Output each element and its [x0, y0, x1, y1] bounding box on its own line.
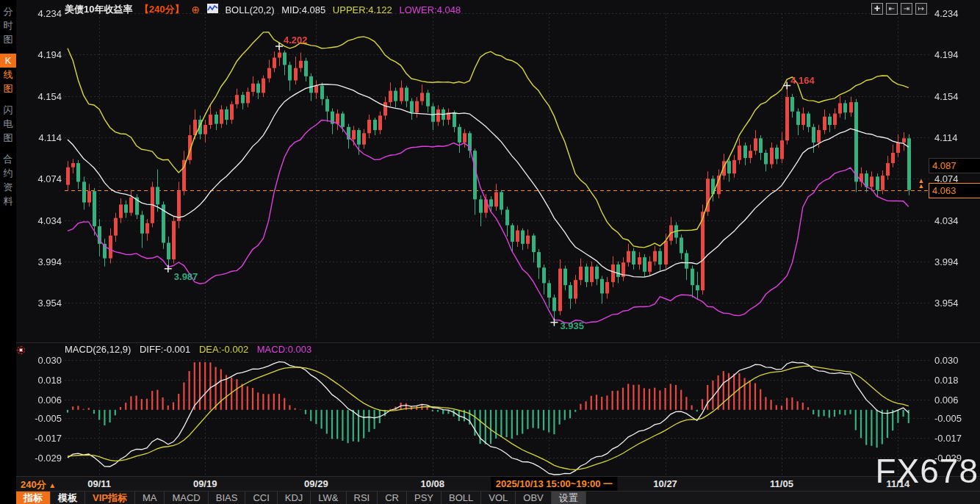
macd-axis-label-right: -0.017 [934, 433, 979, 444]
chevron-up-icon: ▲ [48, 481, 56, 489]
price-axis-label-left: 4.154 [13, 90, 62, 101]
price-axis-label-left: 3.954 [13, 298, 62, 309]
chart-application: 分时图K线图闪电图合约资料 美债10年收益率 【240分】 ⊕ BOLL(20,… [0, 0, 980, 504]
toolbar-item-KDJ[interactable]: KDJ [278, 492, 311, 504]
toolbar-item-OBV[interactable]: OBV [516, 492, 551, 504]
toolbar-item-CR[interactable]: CR [378, 492, 407, 504]
macd-axis-label-left: 0.006 [13, 395, 62, 406]
macd-dea-value: DEA:-0.002 [199, 344, 248, 355]
macd-axis-label-right: 0.018 [934, 375, 979, 386]
toolbar-item-设置[interactable]: 设置 [552, 492, 586, 504]
date-tick-label: 10/27 [653, 478, 677, 489]
price-axis-label-left: 3.994 [13, 256, 62, 267]
period-selector[interactable]: 240分 ▲ [21, 478, 56, 492]
pan-icon[interactable]: ✚ [871, 3, 883, 15]
macd-axis-label-right: 0.006 [934, 395, 979, 406]
sidebar-item-1[interactable]: K线图 [0, 54, 16, 96]
toolbar-item-PSY[interactable]: PSY [407, 492, 442, 504]
macd-pane-icon[interactable] [17, 346, 25, 354]
boll-label: BOLL(20,2) [225, 4, 274, 15]
macd-axis-label-left: -0.029 [13, 453, 62, 464]
period-selector-label: 240分 [21, 479, 46, 490]
macd-axis-label-right: -0.005 [934, 413, 979, 424]
macd-axis-label-left: -0.017 [13, 433, 62, 444]
macd-header: MACD(26,12,9) DIFF:-0.001 DEA:-0.002 MAC… [65, 344, 317, 355]
scale-right-icon[interactable]: ⇥ [901, 3, 912, 15]
price-axis-label-left: 4.074 [13, 173, 62, 184]
macd-axis-label-left: 0.018 [13, 375, 62, 386]
date-tick-label: 11/05 [770, 478, 793, 489]
toolbar-item-VOL[interactable]: VOL [481, 492, 516, 504]
toolbar-item-LW&[interactable]: LW& [311, 492, 346, 504]
macd-axis-label-right: -0.029 [934, 453, 979, 464]
boll-upper-value: UPPER:4.122 [333, 4, 392, 15]
price-axis-label-left: 4.234 [13, 8, 62, 19]
xaxis-row: 240分 ▲ 09/1109/1909/2910/0810/2711/0511/… [16, 476, 980, 491]
toolbar-item-BOLL[interactable]: BOLL [442, 492, 481, 504]
toolbar-item-指标[interactable]: 指标 [16, 492, 51, 504]
sidebar: 分时图K线图闪电图合约资料 [0, 0, 16, 504]
price-axis-label-right: 4.234 [934, 8, 979, 19]
sidebar-item-2[interactable]: 闪电图 [0, 103, 16, 145]
macd-params-label: MACD(26,12,9) [65, 344, 131, 355]
scale-left-icon[interactable]: ⇤ [886, 3, 898, 15]
toolbar-item-CCI[interactable]: CCI [245, 492, 277, 504]
boll-lower-value: LOWER:4.048 [399, 4, 461, 15]
price-axis-label-left: 4.194 [13, 49, 62, 60]
date-tick-label: 10/08 [421, 478, 445, 489]
price-axis-label-right: 3.954 [934, 298, 979, 309]
window-controls: ✚⇤⇥↦ [871, 3, 927, 15]
sidebar-item-3[interactable]: 合约资料 [0, 152, 16, 208]
macd-diff-value: DIFF:-0.001 [140, 344, 190, 355]
chart-header: 美债10年收益率 【240分】 ⊕ BOLL(20,2) MID:4.085 U… [65, 3, 465, 15]
date-tick-label: 09/29 [304, 478, 328, 489]
date-tick-label: 09/11 [87, 478, 111, 489]
toolbar-item-模板[interactable]: 模板 [51, 492, 85, 504]
date-tick-label: 09/19 [193, 478, 217, 489]
sidebar-item-0[interactable]: 分时图 [0, 4, 16, 46]
chart-canvas[interactable] [0, 0, 980, 504]
price-axis-label-right: 4.034 [934, 215, 979, 226]
add-indicator-icon[interactable]: ⊕ [191, 4, 200, 15]
indicator-toolbar: 指标模板VIP指标MAMACDBIASCCIKDJLW&RSICRPSYBOLL… [16, 491, 980, 504]
macd-axis-label-left: -0.005 [13, 413, 62, 424]
price-axis-label-right: 4.114 [934, 132, 979, 143]
boll-mid-value: MID:4.085 [281, 4, 325, 15]
macd-axis-label-left: 0.030 [13, 355, 62, 366]
go-latest-icon[interactable]: ↦ [915, 3, 927, 15]
instrument-title: 美债10年收益率 [65, 4, 132, 15]
crosshair-date-tooltip: 2025/10/13 15:00~19:00 一 [491, 477, 617, 492]
price-axis-label-left: 4.114 [13, 132, 62, 143]
price-axis-box: 4.063 [929, 183, 980, 198]
macd-value: MACD:0.003 [257, 344, 311, 355]
toolbar-item-RSI[interactable]: RSI [347, 492, 378, 504]
date-tick-label: 11/14 [886, 478, 909, 489]
price-axis-label-right: 3.994 [934, 256, 979, 267]
current-price-arrow-icon: ▲▲ [917, 179, 926, 189]
price-axis-label-right: 4.154 [934, 90, 979, 101]
chart-type-icon[interactable] [207, 4, 218, 15]
toolbar-item-VIP指标[interactable]: VIP指标 [85, 492, 135, 504]
toolbar-item-MACD[interactable]: MACD [165, 492, 208, 504]
toolbar-item-BIAS[interactable]: BIAS [209, 492, 246, 504]
price-axis-label-left: 4.034 [13, 215, 62, 226]
price-axis-box: 4.087 [929, 158, 980, 173]
toolbar-item-MA[interactable]: MA [135, 492, 165, 504]
period-tag: 【240分】 [140, 4, 184, 15]
macd-axis-label-right: 0.030 [934, 355, 979, 366]
price-axis-label-right: 4.194 [934, 49, 979, 60]
